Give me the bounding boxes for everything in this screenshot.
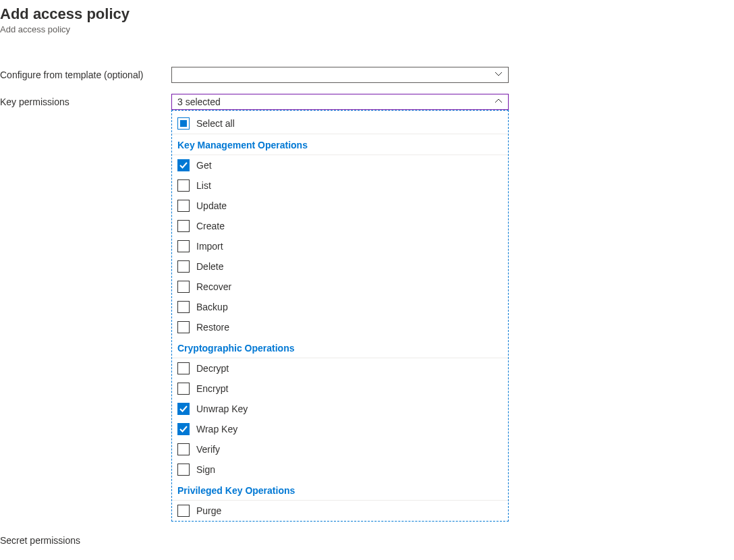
checkbox[interactable]	[177, 321, 190, 333]
checkbox[interactable]	[177, 220, 190, 232]
dropdown-option-label: Wrap Key	[196, 424, 237, 435]
dropdown-option[interactable]: Verify	[172, 439, 508, 459]
dropdown-option[interactable]: Import	[172, 236, 508, 256]
chevron-down-icon	[495, 69, 503, 80]
checkbox[interactable]	[177, 260, 190, 273]
dropdown-option-label: Restore	[196, 322, 229, 333]
secret-permissions-label: Secret permissions	[0, 532, 169, 546]
key-permissions-summary: 3 selected	[177, 96, 221, 107]
checkbox[interactable]	[177, 423, 190, 435]
dropdown-option-label: Delete	[196, 261, 223, 272]
dropdown-option-label: Backup	[196, 302, 228, 312]
dropdown-option-label: Encrypt	[196, 383, 228, 394]
dropdown-option-label: Decrypt	[196, 363, 229, 374]
dropdown-option[interactable]: Create	[172, 216, 508, 236]
chevron-up-icon	[495, 96, 503, 107]
dropdown-option-label: Update	[196, 200, 227, 211]
dropdown-option-label: Purge	[196, 505, 221, 516]
dropdown-option-label: Recover	[196, 281, 231, 292]
dropdown-option[interactable]: List	[172, 175, 508, 196]
dropdown-option[interactable]: Wrap Key	[172, 419, 508, 439]
checkbox[interactable]	[177, 281, 190, 293]
dropdown-option[interactable]: Delete	[172, 256, 508, 277]
dropdown-option[interactable]: Sign	[172, 459, 508, 480]
dropdown-section-header: Privileged Key Operations	[172, 480, 508, 501]
checkbox[interactable]	[177, 362, 190, 374]
page-title: Add access policy	[0, 5, 734, 23]
dropdown-option[interactable]: Backup	[172, 297, 508, 317]
dropdown-option[interactable]: Recover	[172, 277, 508, 297]
checkbox[interactable]	[177, 443, 190, 455]
checkbox[interactable]	[177, 383, 190, 395]
dropdown-section-header: Cryptographic Operations	[172, 337, 508, 358]
dropdown-option[interactable]: Purge	[172, 501, 508, 521]
checkbox[interactable]	[177, 159, 190, 171]
key-permissions-dropdown[interactable]: 3 selected	[171, 94, 509, 110]
certificate-permissions-label: Certificate permissions	[0, 557, 169, 560]
checkbox[interactable]	[177, 403, 190, 415]
dropdown-option-label: Create	[196, 221, 225, 231]
checkbox[interactable]	[177, 179, 190, 192]
dropdown-option[interactable]: Encrypt	[172, 379, 508, 399]
checkbox[interactable]	[177, 240, 190, 252]
dropdown-option[interactable]: Restore	[172, 317, 508, 337]
key-permissions-panel: Select allKey Management OperationsGetLi…	[171, 110, 509, 522]
dropdown-option-label: Unwrap Key	[196, 403, 248, 414]
dropdown-option[interactable]: Unwrap Key	[172, 399, 508, 419]
checkbox[interactable]	[177, 301, 190, 313]
dropdown-section-header: Key Management Operations	[172, 134, 508, 155]
select-all-label: Select all	[196, 118, 235, 129]
checkbox[interactable]	[177, 464, 190, 476]
select-all-option[interactable]: Select all	[172, 113, 508, 134]
dropdown-option[interactable]: Update	[172, 196, 508, 216]
checkbox[interactable]	[177, 200, 190, 212]
dropdown-option-label: Verify	[196, 444, 220, 455]
dropdown-option-label: Get	[196, 160, 212, 171]
dropdown-option-label: List	[196, 180, 211, 191]
checkbox[interactable]	[177, 117, 190, 130]
checkbox[interactable]	[177, 505, 190, 517]
breadcrumb: Add access policy	[0, 24, 734, 34]
dropdown-option[interactable]: Get	[172, 155, 508, 175]
key-permissions-label: Key permissions	[0, 94, 169, 107]
template-dropdown[interactable]	[171, 67, 509, 83]
template-label: Configure from template (optional)	[0, 67, 169, 80]
dropdown-option-label: Import	[196, 241, 223, 252]
dropdown-option-label: Sign	[196, 464, 215, 475]
dropdown-option[interactable]: Decrypt	[172, 358, 508, 379]
